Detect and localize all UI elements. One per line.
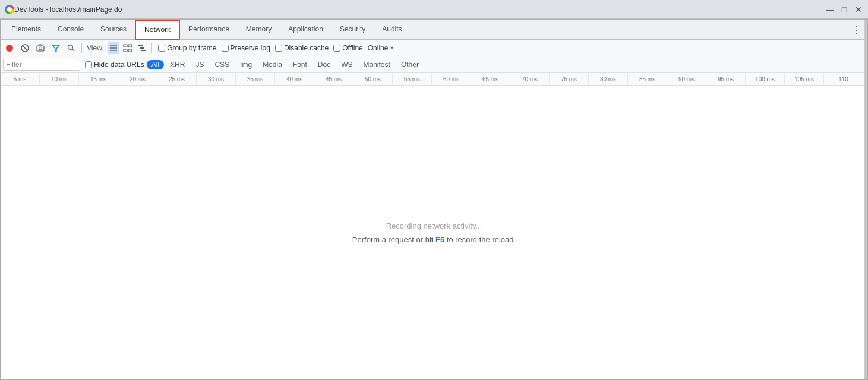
filter-tag-manifest[interactable]: Manifest <box>359 60 395 69</box>
svg-line-2 <box>23 46 27 50</box>
titlebar: DevTools - localhost/mainPage.do — □ ✕ <box>0 0 868 19</box>
search-button[interactable] <box>65 42 78 55</box>
minimize-button[interactable]: — <box>825 5 835 14</box>
filter-tag-ws[interactable]: WS <box>336 60 357 69</box>
offline-checkbox[interactable] <box>333 45 340 52</box>
record-button[interactable] <box>3 42 16 55</box>
toolbar-divider-2 <box>151 43 152 53</box>
timeline-tick: 40 ms <box>275 73 314 86</box>
timeline-tick: 100 ms <box>746 73 785 86</box>
timeline-tick: 60 ms <box>432 73 471 86</box>
disable-cache-checkbox[interactable] <box>275 45 282 52</box>
tab-performance[interactable]: Performance <box>180 20 238 40</box>
filter-tag-doc[interactable]: Doc <box>313 60 335 69</box>
tab-application[interactable]: Application <box>280 20 332 40</box>
filter-tags: AllXHRJSCSSImgMediaFontDocWSManifestOthe… <box>147 60 424 69</box>
screenshot-button[interactable] <box>34 42 47 55</box>
filter-tag-font[interactable]: Font <box>288 60 312 69</box>
chrome-icon <box>5 5 14 14</box>
hide-data-urls-checkbox[interactable] <box>85 61 92 68</box>
list-view-button[interactable] <box>108 42 119 54</box>
f5-key: F5 <box>435 235 444 244</box>
timeline-tick: 25 ms <box>157 73 197 86</box>
timeline-tick: 15 ms <box>79 73 118 86</box>
filter-toolbar: Hide data URLs AllXHRJSCSSImgMediaFontDo… <box>1 56 867 73</box>
hide-data-urls-text: Hide data URLs <box>94 61 144 69</box>
group-by-frame-label[interactable]: Group by frame <box>158 44 216 52</box>
group-by-frame-checkbox[interactable] <box>158 45 165 52</box>
svg-rect-11 <box>124 45 127 47</box>
tab-console[interactable]: Console <box>49 20 92 40</box>
tree-view-button[interactable] <box>122 42 134 54</box>
tab-security[interactable]: Security <box>332 20 374 40</box>
filter-tag-all[interactable]: All <box>147 60 164 69</box>
timeline-tick: 50 ms <box>353 73 393 86</box>
timeline-tick: 65 ms <box>471 73 510 86</box>
timeline-tick: 95 ms <box>706 73 746 86</box>
svg-rect-14 <box>128 49 132 52</box>
timeline-tick: 45 ms <box>314 73 353 86</box>
close-button[interactable]: ✕ <box>854 5 863 14</box>
svg-point-0 <box>6 45 13 52</box>
group-by-frame-text: Group by frame <box>167 44 216 52</box>
main-content: Recording network activity... Perform a … <box>1 86 867 379</box>
perform-prefix: Perform a request or hit <box>352 235 435 244</box>
filter-tag-img[interactable]: Img <box>235 60 257 69</box>
timeline-tick: 10 ms <box>40 73 79 86</box>
filter-tag-css[interactable]: CSS <box>210 60 234 69</box>
preserve-log-label[interactable]: Preserve log <box>222 44 270 52</box>
window-title: DevTools - localhost/mainPage.do <box>14 5 825 14</box>
toolbar-divider-1 <box>81 43 82 53</box>
svg-point-4 <box>39 47 42 50</box>
timeline-tick: 90 ms <box>667 73 706 86</box>
hide-data-urls-label[interactable]: Hide data URLs <box>85 61 144 69</box>
recording-text: Recording network activity... <box>386 221 482 230</box>
preserve-log-checkbox[interactable] <box>222 45 229 52</box>
timeline-tick: 85 ms <box>628 73 667 86</box>
window-controls: — □ ✕ <box>825 5 863 14</box>
timeline-tick: 110 <box>824 73 863 86</box>
filter-tag-js[interactable]: JS <box>191 60 209 69</box>
timeline-tick: 30 ms <box>197 73 236 86</box>
resize-handle[interactable] <box>864 20 867 379</box>
clear-button[interactable] <box>18 42 31 55</box>
filter-button[interactable] <box>49 42 62 55</box>
more-tabs-icon[interactable]: ⋮ <box>847 21 865 39</box>
timeline-tick: 75 ms <box>550 73 589 86</box>
filter-tag-xhr[interactable]: XHR <box>165 60 190 69</box>
perform-suffix: to record the reload. <box>444 235 516 244</box>
timeline-tick: 20 ms <box>118 73 157 86</box>
disable-cache-text: Disable cache <box>284 44 329 52</box>
view-label: View: <box>86 44 105 52</box>
filter-input[interactable] <box>3 59 80 71</box>
tab-sources[interactable]: Sources <box>92 20 135 40</box>
svg-rect-13 <box>124 49 127 52</box>
timeline-tick: 35 ms <box>236 73 275 86</box>
timeline-tick: 80 ms <box>589 73 628 86</box>
maximize-button[interactable]: □ <box>839 5 849 14</box>
svg-rect-12 <box>128 45 132 47</box>
filter-tag-other[interactable]: Other <box>396 60 424 69</box>
devtools-panel: Elements Console Sources Network Perform… <box>0 19 868 380</box>
tab-audits[interactable]: Audits <box>374 20 410 40</box>
svg-marker-5 <box>52 45 59 51</box>
online-section[interactable]: Online ▾ <box>368 44 394 52</box>
filter-tag-media[interactable]: Media <box>258 60 287 69</box>
timeline-tick: 5 ms <box>1 73 40 86</box>
tab-network[interactable]: Network <box>135 20 180 40</box>
offline-label[interactable]: Offline <box>333 44 362 52</box>
timeline-tick: 70 ms <box>510 73 550 86</box>
tab-memory[interactable]: Memory <box>238 20 280 40</box>
perform-text: Perform a request or hit F5 to record th… <box>352 235 516 244</box>
network-toolbar: View: Group by frame Preserve log Disabl… <box>1 40 867 56</box>
online-badge: Online <box>368 44 389 52</box>
tab-elements[interactable]: Elements <box>3 20 49 40</box>
online-dropdown-arrow[interactable]: ▾ <box>390 45 393 51</box>
timeline-tick: 55 ms <box>393 73 432 86</box>
timeline-tick: 105 ms <box>785 73 824 86</box>
tab-bar: Elements Console Sources Network Perform… <box>1 20 867 40</box>
waterfall-button[interactable] <box>136 42 148 54</box>
svg-rect-3 <box>37 46 44 51</box>
disable-cache-label[interactable]: Disable cache <box>275 44 329 52</box>
timeline-header: 5 ms10 ms15 ms20 ms25 ms30 ms35 ms40 ms4… <box>1 73 867 86</box>
